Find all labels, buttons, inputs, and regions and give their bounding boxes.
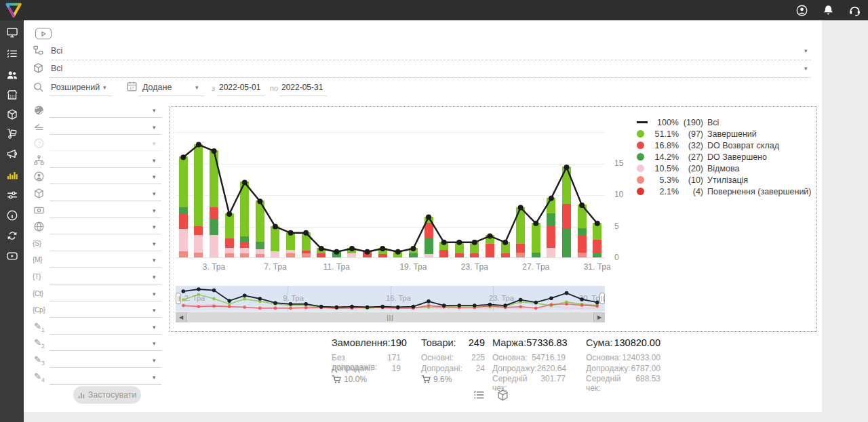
chevron-down-icon[interactable]: ▾ [153, 224, 156, 230]
sidebar-item-settings[interactable] [0, 186, 24, 204]
chevron-down-icon[interactable]: ▾ [804, 47, 808, 54]
stacked-bar[interactable] [470, 242, 479, 257]
stacked-bar[interactable] [578, 205, 587, 257]
chart-navigator[interactable]: 2. Тра9. Тра16. Тра23. Тра30. Тра [176, 286, 605, 312]
chevron-down-icon[interactable]: ▾ [103, 84, 106, 91]
stacked-bar[interactable] [286, 232, 295, 257]
chart-scrollbar[interactable]: ◀|||▶ [176, 312, 605, 322]
chevron-down-icon[interactable]: ▾ [153, 324, 156, 331]
chevron-down-icon[interactable]: ▾ [153, 257, 156, 263]
stacked-bar[interactable] [393, 251, 402, 257]
stacked-bar[interactable] [455, 242, 464, 257]
legend-percent: 2.1% [650, 187, 679, 196]
date-from-input[interactable]: 2022-05-01 [219, 83, 260, 92]
navigator-left-handle[interactable] [176, 293, 181, 304]
stacked-bar[interactable] [194, 144, 203, 257]
sidebar-item-marketing[interactable] [0, 145, 24, 163]
scroll-right-arrow[interactable]: ▶ [594, 312, 605, 322]
sidebar-item-supply[interactable] [0, 125, 24, 142]
stacked-bar[interactable] [302, 232, 311, 257]
stacked-bar[interactable] [179, 156, 188, 257]
user-icon[interactable] [795, 4, 808, 17]
bar-segment-vidmova [256, 249, 264, 254]
stacked-bar[interactable] [363, 251, 372, 257]
sidebar-item-customers[interactable] [0, 66, 24, 84]
stacked-bar[interactable] [547, 198, 555, 257]
app-logo-icon[interactable] [5, 1, 22, 19]
stacked-bar[interactable] [425, 217, 433, 257]
headset-icon[interactable] [848, 4, 861, 17]
chevron-down-icon[interactable]: ▾ [153, 291, 156, 297]
sidebar-item-orders[interactable] [0, 45, 24, 63]
stacked-bar[interactable] [347, 248, 356, 257]
legend-item[interactable]: 16.8%(32)DO Возврат склад [637, 140, 812, 151]
view-orders-list-button[interactable] [473, 389, 486, 402]
chevron-down-icon[interactable]: ▾ [195, 84, 199, 91]
chevron-down-icon[interactable]: ▾ [153, 190, 156, 197]
chevron-down-icon[interactable]: ▾ [153, 140, 156, 147]
sidebar-item-sync[interactable] [0, 227, 24, 245]
legend-label: Утилізація [707, 175, 748, 185]
legend-count: (20) [679, 164, 703, 173]
stacked-bar[interactable] [225, 213, 234, 257]
date-to-input[interactable]: 2022-05-31 [281, 83, 323, 92]
chevron-down-icon[interactable]: ▾ [153, 274, 156, 280]
chevron-down-icon[interactable]: ▾ [153, 374, 156, 381]
stacked-bar[interactable] [409, 248, 418, 257]
stacked-bar[interactable] [332, 251, 341, 257]
chevron-down-icon[interactable]: ▾ [153, 207, 156, 214]
video-tutorial-button[interactable] [35, 28, 52, 39]
scroll-thumb[interactable]: ||| [186, 312, 594, 322]
scroll-left-arrow[interactable]: ◀ [176, 312, 186, 322]
legend-item[interactable]: 14.2%(27)DO Завершено [637, 151, 812, 163]
sidebar-item-video[interactable] [0, 247, 24, 265]
sidebar-item-dashboard[interactable] [0, 24, 24, 41]
category-filter-value[interactable]: Всі [51, 46, 62, 56]
stat-column: Замовлення:190Без допродажів:171Допродан… [332, 337, 401, 384]
sidebar-item-store[interactable] [0, 86, 24, 104]
dot-marker-icon [637, 176, 650, 184]
stacked-bar[interactable] [532, 223, 540, 257]
chevron-down-icon[interactable]: ▾ [153, 240, 156, 247]
date-field-select[interactable]: Додане [142, 83, 172, 92]
chevron-down-icon[interactable]: ▾ [153, 357, 156, 364]
apply-button[interactable]: Застосувати [73, 386, 141, 404]
sidebar-item-products[interactable] [0, 106, 24, 123]
legend-item[interactable]: 51.1%(97)Завершений [637, 128, 812, 140]
chevron-down-icon[interactable]: ▾ [153, 107, 156, 114]
stacked-bar[interactable] [240, 182, 249, 257]
stacked-bar[interactable] [501, 242, 510, 257]
stacked-bar[interactable] [378, 248, 387, 257]
stacked-bar[interactable] [516, 207, 525, 257]
legend-item[interactable]: 10.5%(20)Відмова [637, 163, 812, 174]
chevron-down-icon[interactable]: ▾ [153, 173, 156, 180]
bar-segment-do_zav [256, 242, 264, 249]
stacked-bar[interactable] [439, 242, 448, 257]
chevron-down-icon[interactable]: ▾ [153, 157, 156, 164]
legend-item[interactable]: 100%(190)Всі [637, 117, 812, 128]
stacked-bar[interactable] [486, 235, 494, 257]
view-products-button[interactable] [496, 389, 509, 402]
stacked-bar[interactable] [317, 248, 326, 257]
stacked-bar[interactable] [593, 223, 601, 257]
sidebar-item-analytics[interactable] [0, 166, 24, 184]
legend-item[interactable]: 2.1%(4)Повернення (завершений) [637, 186, 812, 197]
stacked-bar[interactable] [562, 167, 571, 257]
sidebar-item-info[interactable] [0, 207, 24, 224]
bell-icon[interactable] [822, 4, 835, 17]
chevron-down-icon[interactable]: ▾ [153, 307, 156, 314]
stacked-bar[interactable] [210, 150, 218, 257]
chevron-down-icon[interactable]: ▾ [153, 340, 156, 347]
chevron-down-icon[interactable]: ▾ [153, 124, 156, 131]
stacked-bar[interactable] [256, 201, 264, 257]
dot-marker-icon [637, 188, 650, 195]
stat-subrow-value: 19 [392, 364, 401, 375]
stat-subrow: Основні:225 [421, 353, 485, 364]
svg-text:?: ? [37, 140, 41, 147]
stacked-bar[interactable] [271, 226, 279, 257]
search-mode-select[interactable]: Розширений [51, 83, 100, 92]
product-filter-value[interactable]: Всі [51, 64, 62, 73]
legend-item[interactable]: 5.3%(10)Утилізація [637, 174, 812, 186]
navigator-right-handle[interactable] [599, 293, 605, 304]
chevron-down-icon[interactable]: ▾ [804, 65, 808, 72]
